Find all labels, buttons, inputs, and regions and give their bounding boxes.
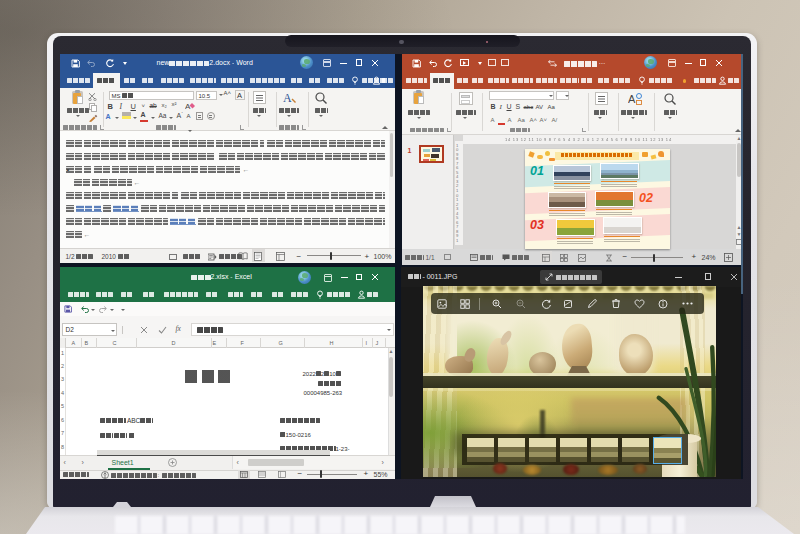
svg-text:A: A — [628, 93, 636, 105]
svg-text:A: A — [185, 102, 191, 111]
svg-text:A: A — [283, 91, 292, 105]
